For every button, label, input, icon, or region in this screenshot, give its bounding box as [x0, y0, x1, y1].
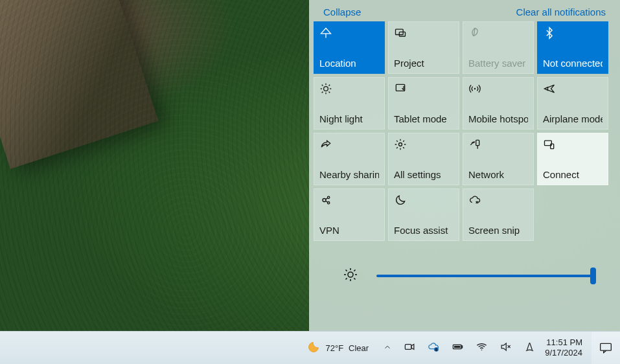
svg-rect-35	[406, 345, 412, 350]
tile-label: Nearby sharing	[319, 169, 379, 181]
svg-line-10	[322, 85, 323, 86]
weather-moon-icon	[307, 341, 320, 356]
tile-label: Battery saver	[468, 58, 528, 69]
quick-action-tablet-mode[interactable]: Tablet mode	[388, 77, 459, 130]
svg-point-16	[399, 143, 402, 146]
moon-icon	[394, 193, 454, 207]
slider-thumb[interactable]	[590, 267, 596, 284]
svg-line-32	[354, 278, 355, 279]
clock-time: 11:51 PM	[545, 337, 582, 348]
clear-notifications-link[interactable]: Clear all notifications	[516, 6, 606, 17]
brightness-icon	[343, 267, 358, 284]
svg-point-21	[323, 199, 326, 202]
tile-label: Network	[468, 169, 528, 181]
tile-label: Night light	[319, 113, 379, 125]
share-icon	[319, 137, 379, 152]
tile-label: Project	[394, 58, 454, 69]
brightness-row	[309, 241, 620, 284]
vpn-icon	[319, 193, 379, 207]
svg-point-42	[481, 349, 483, 350]
svg-point-5	[324, 87, 328, 91]
input-method-icon[interactable]	[523, 341, 536, 355]
weather-widget[interactable]: 72°F Clear	[307, 341, 369, 356]
tablet-icon	[394, 82, 454, 96]
tile-label: Focus assist	[394, 225, 454, 236]
quick-action-network[interactable]: Network	[463, 133, 534, 185]
svg-line-33	[346, 278, 347, 279]
quick-action-screen-snip[interactable]: Screen snip	[463, 188, 534, 241]
svg-line-13	[329, 85, 330, 86]
svg-line-12	[322, 92, 323, 93]
quick-action-focus-assist[interactable]: Focus assist	[388, 188, 459, 241]
weather-temp: 72°F	[325, 343, 343, 353]
svg-marker-43	[501, 343, 506, 350]
project-icon	[394, 26, 454, 40]
tile-label: VPN	[319, 225, 379, 236]
meet-now-icon[interactable]	[404, 341, 416, 355]
svg-line-34	[354, 270, 355, 271]
tile-label: Airplane mode	[543, 113, 603, 125]
action-center-button[interactable]	[591, 332, 620, 364]
system-tray: i	[383, 341, 536, 355]
hotspot-icon	[468, 82, 528, 96]
tile-label: Not connected	[543, 58, 603, 69]
leaf-icon	[468, 26, 528, 40]
quick-action-mobile-hotspot[interactable]: Mobile hotspot	[463, 77, 534, 130]
svg-rect-17	[476, 140, 479, 145]
taskbar: 72°F Clear i 11:51 PM 9/17/2024	[0, 331, 620, 364]
snip-icon	[468, 193, 528, 207]
svg-rect-40	[461, 346, 463, 348]
collapse-link[interactable]: Collapse	[323, 6, 361, 17]
brightness-slider[interactable]	[376, 269, 594, 282]
svg-rect-41	[454, 346, 461, 348]
quick-action-night-light[interactable]: Night light	[314, 77, 385, 130]
quick-action-connect[interactable]: Connect	[537, 133, 608, 185]
airplane-icon	[543, 82, 603, 96]
wifi-icon[interactable]	[476, 341, 488, 355]
tile-label: All settings	[394, 169, 454, 181]
quick-action-all-settings[interactable]: All settings	[388, 133, 459, 185]
tile-label: Connect	[543, 169, 603, 181]
gear-icon	[394, 137, 454, 152]
svg-line-11	[329, 92, 330, 93]
tile-label: Mobile hotspot	[468, 113, 528, 125]
quick-action-not-connected[interactable]: Not connected	[537, 21, 608, 74]
sun-icon	[319, 82, 379, 96]
quick-action-nearby-sharing[interactable]: Nearby sharing	[314, 133, 385, 185]
tray-overflow-chevron-icon[interactable]	[383, 343, 392, 354]
onedrive-icon[interactable]: i	[428, 341, 440, 355]
bluetooth-icon	[543, 26, 603, 40]
svg-rect-3	[399, 32, 405, 36]
svg-point-15	[474, 88, 476, 90]
svg-line-24	[326, 198, 328, 199]
tile-label: Tablet mode	[394, 113, 454, 125]
quick-action-project[interactable]: Project	[388, 21, 459, 74]
slider-track	[376, 275, 594, 277]
taskbar-clock[interactable]: 11:51 PM 9/17/2024	[545, 337, 582, 358]
tile-label: Location	[319, 58, 379, 69]
quick-action-grid: LocationProjectBattery saverNot connecte…	[309, 21, 620, 241]
svg-point-26	[348, 272, 353, 277]
connect-icon	[543, 137, 603, 152]
quick-action-airplane-mode[interactable]: Airplane mode	[537, 77, 608, 130]
svg-rect-46	[601, 343, 612, 350]
clock-date: 9/17/2024	[545, 348, 582, 358]
svg-line-25	[326, 201, 328, 202]
svg-line-31	[346, 270, 347, 271]
action-center-header: Collapse Clear all notifications	[309, 0, 620, 21]
weather-condition: Clear	[349, 343, 369, 353]
network-icon	[468, 137, 528, 152]
battery-icon[interactable]	[452, 341, 464, 355]
volume-muted-icon[interactable]	[499, 341, 512, 355]
action-center-panel: Collapse Clear all notifications Locatio…	[309, 0, 620, 332]
quick-action-location[interactable]: Location	[314, 21, 385, 74]
svg-rect-20	[551, 144, 554, 149]
quick-action-vpn[interactable]: VPN	[314, 188, 385, 241]
location-icon	[319, 26, 379, 40]
quick-action-battery-saver: Battery saver	[463, 21, 534, 74]
svg-marker-0	[321, 28, 331, 34]
tile-label: Screen snip	[468, 225, 528, 236]
